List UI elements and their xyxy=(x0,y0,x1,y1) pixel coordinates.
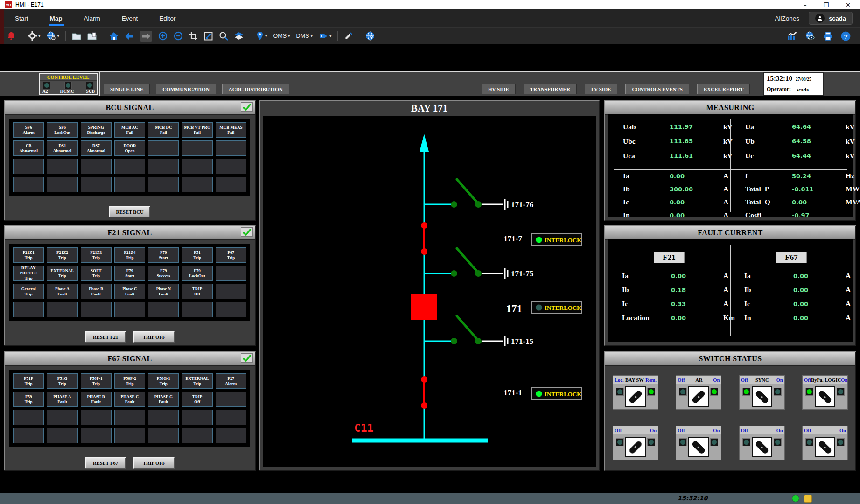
menu-item-editor[interactable]: Editor xyxy=(159,15,175,22)
reset-f67-button[interactable]: RESET F67 xyxy=(85,457,126,469)
print-icon[interactable] xyxy=(823,32,833,41)
globe-monitor-icon[interactable] xyxy=(805,31,815,41)
restore-button[interactable]: ❐ xyxy=(823,2,829,8)
menu-item-event[interactable]: Event xyxy=(122,15,138,22)
crop-icon[interactable] xyxy=(189,32,198,41)
zoom-in-icon[interactable] xyxy=(158,31,168,41)
measure-unit: kV xyxy=(846,137,855,146)
folder-icon[interactable] xyxy=(72,32,81,40)
measurement-row: Uc64.44kV xyxy=(730,148,853,163)
open-disconnector-blade[interactable] xyxy=(457,179,476,202)
home-icon[interactable] xyxy=(109,32,119,41)
search-icon[interactable] xyxy=(219,31,228,41)
switch-knob[interactable] xyxy=(688,386,709,407)
trip-off-button[interactable]: TRIP OFF xyxy=(133,331,175,343)
dms-menu[interactable]: DMS ▾ xyxy=(296,33,313,39)
measurement-row: Ia0.00A xyxy=(730,269,853,283)
tab-lv-side[interactable]: LV SIDE xyxy=(585,84,618,94)
tag-icon[interactable]: ▾ xyxy=(319,32,332,40)
switch-title: SYNC xyxy=(755,378,769,383)
help-icon[interactable]: ? xyxy=(841,31,851,41)
tab-excel-report[interactable]: EXCEL REPORT xyxy=(697,84,750,94)
trip-off-button[interactable]: TRIP OFF xyxy=(133,457,175,469)
zoom-out-icon[interactable] xyxy=(174,31,183,41)
pencil-icon[interactable] xyxy=(344,32,353,41)
globe-location-icon[interactable] xyxy=(365,31,375,41)
open-disconnector-blade[interactable] xyxy=(457,316,476,338)
fit-view-icon[interactable] xyxy=(204,32,213,41)
signal-lamp: F79Start xyxy=(148,247,179,263)
signal-lamp: EXTERNALTrip xyxy=(182,373,212,389)
trend-chart-icon[interactable] xyxy=(787,31,797,41)
menu-item-start[interactable]: Start xyxy=(15,15,28,22)
switch-widget-bypa-logic: OffByPa. LOGICOn xyxy=(802,375,848,410)
switch-contact xyxy=(421,222,427,229)
operator-label: Operator: xyxy=(767,86,791,93)
bcu-panel-title: BCU SIGNAL xyxy=(105,104,154,112)
reset-f21-button[interactable]: RESET F21 xyxy=(85,331,126,343)
tab-transformer[interactable]: TRANSFORMER xyxy=(524,84,577,94)
open-disconnector-blade[interactable] xyxy=(457,248,476,271)
menu-item-alarm[interactable]: Alarm xyxy=(84,15,100,22)
f67-ok-checkbox[interactable] xyxy=(241,353,253,363)
network-settings-icon[interactable]: ▾ xyxy=(47,31,60,41)
switch-knob[interactable] xyxy=(815,386,835,407)
switch-knob[interactable] xyxy=(752,386,772,407)
tab-communication[interactable]: COMMUNICATION xyxy=(156,84,216,94)
minimize-button[interactable]: – xyxy=(804,2,807,8)
forward-arrow-icon[interactable] xyxy=(140,31,152,42)
tab-hv-side[interactable]: HV SIDE xyxy=(482,84,516,94)
map-marker-icon[interactable]: ▾ xyxy=(256,31,267,41)
fault-body: F21Ia0.00AIb0.18AIc0.33ALocation0.00Km F… xyxy=(608,239,853,342)
back-arrow-icon[interactable] xyxy=(125,32,134,40)
chevron-down-icon: ▾ xyxy=(288,34,290,38)
interlock-button[interactable]: INTERLOCK xyxy=(532,301,582,314)
switch-right-label: On xyxy=(650,428,657,433)
zone-selector[interactable]: AllZones xyxy=(775,15,800,22)
alarm-bell-icon[interactable] xyxy=(7,32,15,40)
measure-unit: A xyxy=(723,272,730,280)
measure-label: Ia xyxy=(622,272,671,280)
fault-current-panel: FAULT CURRENT F21Ia0.00AIb0.18AIc0.33ALo… xyxy=(604,225,856,346)
measurement-row: Total_Q0.00MVAr xyxy=(730,196,853,209)
tab-controls-events[interactable]: CONTROLS EVENTS xyxy=(625,84,689,94)
switch-right-lamp xyxy=(710,388,718,396)
f21-ok-checkbox[interactable] xyxy=(241,227,253,237)
oms-menu[interactable]: OMS ▾ xyxy=(273,33,290,39)
menu-item-map[interactable]: Map xyxy=(50,15,63,22)
control-level-lamp-hcmc xyxy=(64,82,72,89)
switch-left-label: Off xyxy=(678,428,685,433)
signal-lamp: TRIPOff xyxy=(182,392,212,407)
circuit-breaker[interactable] xyxy=(411,294,437,320)
bcu-ok-checkbox[interactable] xyxy=(241,102,253,112)
tab-acdc-distribution[interactable]: ACDC DISTRIBUTION xyxy=(222,84,289,94)
signal-lamp xyxy=(47,177,77,192)
signal-lamp: F51GTrip xyxy=(47,373,77,389)
measure-label: In xyxy=(744,314,793,322)
measure-label: Ub xyxy=(745,137,792,146)
switch-right-lamp xyxy=(774,438,782,446)
switch-knob[interactable] xyxy=(688,437,709,457)
signal-lamp xyxy=(148,159,179,174)
interlock-button[interactable]: INTERLOCK xyxy=(532,388,582,400)
switch-contact xyxy=(421,248,427,255)
switch-knob[interactable] xyxy=(815,437,835,457)
user-chip[interactable]: scada xyxy=(809,12,853,25)
switch-knob[interactable] xyxy=(625,386,646,407)
signal-lamp: PHASE BFault xyxy=(81,392,112,407)
interlock-button[interactable]: INTERLOCK xyxy=(532,234,582,246)
close-button[interactable]: ✕ xyxy=(846,2,851,8)
reset-bcu-button[interactable]: RESET BCU xyxy=(109,206,150,217)
tab-single-line[interactable]: SINGLE LINE xyxy=(104,84,150,94)
switch-left-lamp xyxy=(805,438,813,446)
measurement-row: Ia0.00A xyxy=(608,169,730,182)
switch-right-label: Rem. xyxy=(645,378,657,383)
settings-gear-icon[interactable]: ▾ xyxy=(28,31,41,41)
chevron-down-icon: ▾ xyxy=(265,34,267,38)
switch-knob[interactable] xyxy=(625,437,646,457)
switch-knob[interactable] xyxy=(752,437,772,457)
measurement-row: Ic0.00A xyxy=(608,196,730,209)
folder-copy-icon[interactable] xyxy=(87,32,97,40)
measure-value: 0.18 xyxy=(671,287,723,294)
layers-icon[interactable] xyxy=(234,32,244,40)
